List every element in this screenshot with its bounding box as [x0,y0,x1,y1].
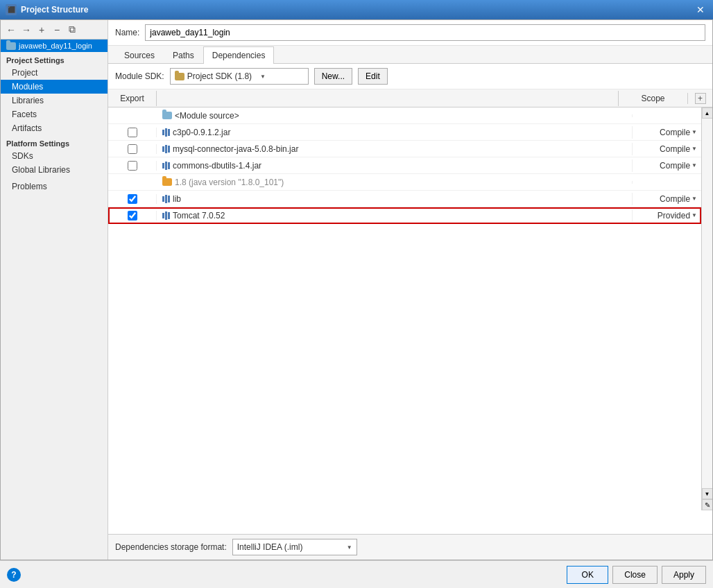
dep-name-label: mysql-connector-java-5.0.8-bin.jar [173,144,298,154]
table-row: Tomcat 7.0.52 Provided ▼ [108,207,701,224]
name-label: Name: [115,28,139,37]
dep-name-label: lib [173,194,181,204]
sidebar: ← → + − ⧉ javaweb_day11_login Project Se… [1,20,108,560]
sidebar-item-facets[interactable]: Facets [1,107,108,121]
title-bar[interactable]: ⬛ Project Structure ✕ [0,0,713,19]
close-button[interactable]: ✕ [694,3,707,16]
dep-name-cell: commons-dbutils-1.4.jar [157,159,632,172]
col-export-header: Export [108,91,157,106]
dep-scope-cell[interactable]: Compile ▼ [632,143,701,155]
scope-dropdown-arrow: ▼ [691,162,697,168]
dep-name-cell: Tomcat 7.0.52 [157,209,632,222]
dep-name-cell: mysql-connector-java-5.0.8-bin.jar [157,143,632,155]
storage-value: IntelliJ IDEA (.iml) [237,542,344,552]
dep-check-cell[interactable] [108,194,157,204]
storage-row: Dependencies storage format: IntelliJ ID… [108,534,712,560]
dep-name-cell: 1.8 (java version "1.8.0_101") [157,176,632,189]
dep-name-label: commons-dbutils-1.4.jar [173,161,261,171]
help-icon[interactable]: ? [7,568,21,582]
sidebar-item-artifacts[interactable]: Artifacts [1,121,108,135]
dep-checkbox[interactable] [128,194,137,204]
remove-module-button[interactable]: − [51,24,63,36]
sidebar-item-libraries[interactable]: Libraries [1,94,108,107]
jar-icon [162,128,170,137]
dep-table-container: Export Scope + <Module source> [108,89,712,534]
dep-table-body: <Module source> c3p0-0.9.1.2.jar [108,107,712,534]
back-button[interactable]: ← [5,24,17,36]
sidebar-item-sdks[interactable]: SDKs [1,149,108,163]
tab-sources[interactable]: Sources [115,46,164,64]
dep-name-cell: lib [157,193,632,205]
tabs-row: Sources Paths Dependencies [108,46,712,64]
scope-dropdown-arrow: ▼ [691,212,697,218]
sidebar-item-project[interactable]: Project [1,66,108,80]
module-list-item[interactable]: javaweb_day11_login [1,40,108,52]
dep-scope-cell[interactable]: Provided ▼ [632,209,701,222]
scope-value: Compile [660,194,690,204]
storage-dropdown[interactable]: IntelliJ IDEA (.iml) ▼ [232,539,357,555]
new-button[interactable]: New... [314,68,352,85]
storage-dropdown-arrow: ▼ [347,544,352,551]
ok-button[interactable]: OK [567,566,608,584]
storage-label: Dependencies storage format: [115,542,227,552]
dep-scope-cell [632,114,701,117]
scope-value: Compile [660,144,690,154]
dep-name-label: Tomcat 7.0.52 [173,211,225,220]
dep-check-cell[interactable] [108,144,157,154]
table-row: lib Compile ▼ [108,191,701,207]
forward-button[interactable]: → [20,24,33,36]
pencil-button[interactable]: ✎ [702,499,713,510]
col-name-header [157,96,618,101]
jar-icon [162,211,170,220]
scroll-up-button[interactable]: ▲ [702,107,713,119]
scrollbar[interactable]: ▲ ▼ ✎ [701,107,712,510]
dep-scope-cell[interactable]: Compile ▼ [632,126,701,139]
dep-check-cell[interactable] [108,161,157,171]
window-title: Project Structure [21,5,88,15]
tab-dependencies[interactable]: Dependencies [203,46,275,64]
dep-name-label: c3p0-0.9.1.2.jar [173,128,230,137]
content-area: Name: Sources Paths Dependencies Module … [108,20,712,560]
copy-module-button[interactable]: ⧉ [66,24,78,36]
add-dep-button[interactable]: + [695,93,706,104]
dep-table-header: Export Scope + [108,89,712,107]
jar-icon [162,195,170,203]
sdk-label: Module SDK: [115,71,164,81]
apply-button[interactable]: Apply [662,566,706,584]
dep-scope-cell[interactable]: Compile ▼ [632,159,701,172]
scope-value: Compile [660,128,690,137]
scope-dropdown-arrow: ▼ [691,129,697,135]
sidebar-item-modules[interactable]: Modules [1,80,108,94]
dep-name-label: 1.8 (java version "1.8.0_101") [175,178,284,187]
sdk-dropdown-arrow: ▼ [260,74,266,80]
dep-name-label: <Module source> [175,111,239,121]
close-dialog-button[interactable]: Close [612,566,658,584]
tab-paths[interactable]: Paths [164,46,203,64]
dep-checkbox[interactable] [128,144,137,154]
scroll-down-button[interactable]: ▼ [702,488,713,499]
dep-checkbox[interactable] [128,161,137,171]
edit-button[interactable]: Edit [358,68,388,85]
sdk-folder-icon [175,73,184,80]
platform-settings-section: Platform Settings [1,135,108,149]
scope-value: Compile [660,161,690,171]
module-source-folder-icon [162,112,172,119]
dep-checkbox[interactable] [128,211,137,220]
sidebar-nav-bar: ← → + − ⧉ [1,20,108,40]
dep-checkbox[interactable] [128,128,137,137]
scope-dropdown-arrow: ▼ [691,146,697,152]
dep-name-cell: c3p0-0.9.1.2.jar [157,126,632,139]
sdk-dropdown[interactable]: Project SDK (1.8) ▼ [170,68,309,85]
jar-icon [162,162,170,170]
sidebar-item-global-libraries[interactable]: Global Libraries [1,163,108,177]
scope-value: Provided [658,211,690,220]
dep-check-cell[interactable] [108,211,157,220]
dep-scope-cell[interactable]: Compile ▼ [632,193,701,205]
add-module-button[interactable]: + [35,24,48,36]
module-item-label: javaweb_day11_login [19,42,92,50]
col-scope-header: Scope [618,91,687,106]
project-settings-section: Project Settings [1,52,108,66]
sidebar-item-problems[interactable]: Problems [1,180,108,193]
dep-check-cell[interactable] [108,128,157,137]
name-input[interactable] [145,24,705,41]
